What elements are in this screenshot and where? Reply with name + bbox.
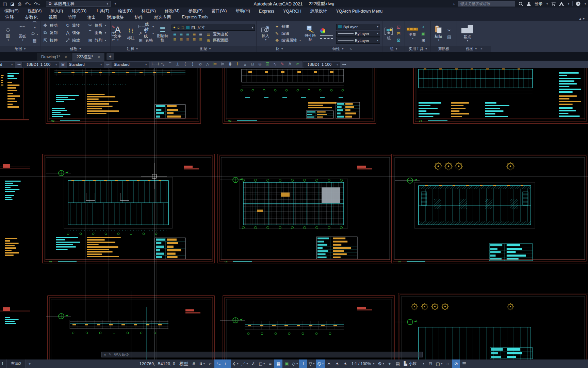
dimension-tool-icon[interactable]: ⊫ (219, 62, 226, 67)
menu-item[interactable]: 窗口(W) (207, 7, 231, 15)
menu-item[interactable]: 帮助(H) (231, 7, 254, 15)
layer-tool-icon[interactable]: ≣ (184, 37, 191, 42)
menu-item[interactable]: 插入(I) (46, 7, 67, 15)
group-tool-icon[interactable]: ⊟ (397, 31, 401, 36)
linetype-dropdown[interactable]: ByLayer ▾ (336, 37, 380, 44)
panel-label-group[interactable]: 组▾ (382, 46, 405, 52)
annotate-tool-button[interactable]: ↗ 引线▾ (138, 31, 154, 36)
new-drawing-tab-button[interactable]: + (107, 53, 114, 60)
dimension-tool-icon[interactable]: ⊢⊣ (151, 62, 159, 67)
modify-tool-button[interactable]: ⌒ 圆角 ▾ (87, 30, 110, 36)
text-style-dropdown[interactable]: d∨ (0, 62, 15, 67)
modify-tool-button[interactable]: ⇱ 拉伸 (43, 37, 65, 43)
status-toggle[interactable]: ⊥ (299, 359, 307, 368)
status-toggle[interactable]: + (386, 359, 394, 368)
chevron-down-icon[interactable]: ▾ (568, 2, 569, 5)
menu-item[interactable]: YQArch Pull-down Menu (331, 7, 387, 15)
chevron-down-icon[interactable]: ▾ (546, 2, 548, 5)
status-toggle[interactable]: ✶ (341, 359, 349, 368)
dim-style-dropdown[interactable]: 【BBD】1-100∨ (22, 62, 59, 67)
status-toggle[interactable]: ◻▾ (258, 359, 266, 368)
layer-tool-icon[interactable]: ≣ (172, 31, 178, 37)
status-toggle[interactable]: ⌐ (206, 359, 214, 368)
command-prompt[interactable]: 键入命令 (114, 352, 129, 357)
dimension-tool-icon[interactable]: ⟩ (189, 62, 196, 67)
ribbon-options-icon[interactable]: ▲ ▾ (575, 16, 588, 21)
close-icon[interactable]: × (65, 55, 67, 59)
status-toggle[interactable]: ∡▾ (231, 359, 240, 368)
layout-tab[interactable]: 布局2 (7, 359, 26, 368)
status-toggle[interactable]: ∠ (249, 359, 258, 368)
status-toggle[interactable]: ☰ (460, 359, 468, 368)
autodesk-logo-icon[interactable] (559, 1, 564, 6)
layer-properties-button[interactable]: ≣ 图层特性 (156, 25, 170, 42)
block-tool-button[interactable]: ❖ 编辑属性▾ (274, 37, 301, 43)
command-line[interactable]: × ✎ 键入命令 (101, 352, 423, 357)
status-toggle[interactable]: # (190, 359, 198, 368)
group-tool-icon[interactable]: ⊡ (397, 25, 401, 30)
status-toggle[interactable]: ⊘ (452, 359, 460, 368)
expand-arrow-icon[interactable]: ▸ (454, 2, 455, 5)
layer-dropdown[interactable]: ●☼⊐ EL-尺寸 ▾ (172, 25, 255, 31)
dimension-tool-icon[interactable]: △ (204, 62, 211, 67)
block-tool-button[interactable]: ✎ 编辑 (274, 31, 301, 36)
sign-in-button[interactable]: 登录 (535, 1, 543, 7)
paste-button[interactable]: 粘贴▾ (432, 26, 445, 42)
dimension-tool-icon[interactable]: ⊥ (174, 62, 181, 67)
ribbon-tab[interactable]: 视图 (43, 14, 63, 21)
layer-tool-icon[interactable]: ≣ (184, 31, 191, 37)
status-toggle[interactable]: ≡ (266, 359, 274, 368)
dim-style-icon[interactable]: ⊶ (340, 62, 348, 67)
chevron-down-icon[interactable]: ▾ (585, 2, 586, 5)
modify-tool-button[interactable]: ⤢ 缩放 (65, 37, 87, 43)
modify-tool-button[interactable]: ⧉ 复制 (43, 30, 65, 36)
table-style-icon[interactable]: ⊞ (59, 62, 67, 67)
dimension-tool-icon[interactable]: ✎ (279, 62, 286, 67)
close-icon[interactable]: × (104, 352, 106, 357)
dimension-tool-icon[interactable]: ⊕ (256, 62, 264, 67)
dimension-tool-icon[interactable]: ⤓ (241, 62, 249, 67)
menu-item[interactable]: 参数(P) (184, 7, 207, 15)
status-toggle[interactable]: ∟ (223, 359, 231, 368)
clipboard-tool-icon[interactable]: ✂ (447, 28, 451, 33)
menu-item[interactable]: 绘图(D) (114, 7, 137, 15)
cart-icon[interactable] (551, 1, 556, 6)
layer-tool-icon[interactable]: ≣ (178, 31, 184, 37)
layer-tool-icon[interactable]: ≣ (191, 31, 197, 37)
close-icon[interactable]: × (98, 55, 100, 59)
status-toggle[interactable]: ⠿▾ (198, 359, 206, 368)
lineweight-dropdown[interactable]: ByLayer ▾ (336, 31, 380, 37)
panel-label-layers[interactable]: 图层▾ (154, 46, 256, 52)
menu-item[interactable]: 视图(V) (23, 7, 46, 15)
panel-label-properties[interactable]: 特性▾⇘ (302, 46, 382, 52)
command-customize-icon[interactable]: ✎ (109, 352, 112, 357)
status-toggle[interactable]: ▽▾ (307, 359, 316, 368)
dimension-tool-icon[interactable]: ☑ (264, 62, 271, 67)
ribbon-tab[interactable]: 附加模块 (101, 14, 129, 21)
menu-item[interactable]: 格式(O) (67, 7, 91, 15)
panel-label-modify[interactable]: 修改▾ (40, 46, 110, 52)
circle-button[interactable]: ◌ 圆▾ (1, 26, 15, 42)
ribbon-tab[interactable]: 管理 (63, 14, 82, 21)
layer-tool-icon[interactable]: ≣ (191, 37, 197, 42)
workspace-dropdown[interactable]: ⚙ 草图与注释 ▾ (46, 1, 111, 7)
menu-item[interactable]: 修改(M) (160, 7, 184, 15)
panel-label-block[interactable]: 块▾ (257, 46, 302, 52)
ribbon-tab[interactable]: 协作 (129, 14, 149, 21)
set-current-layer-button[interactable]: ≣ 置为当前 (206, 31, 229, 37)
dimension-tool-icon[interactable]: ⊡ (249, 62, 256, 67)
status-toggle[interactable]: ✶ (333, 359, 341, 368)
menu-item[interactable]: Express (255, 7, 279, 15)
dimension-tool-icon[interactable]: ⌒ (166, 62, 174, 67)
status-toggle[interactable]: ⁺₋ (214, 359, 223, 368)
utility-tool-icon[interactable]: ⌖ (421, 25, 425, 30)
object-color-dropdown[interactable]: ByLayer ▾ (336, 24, 380, 30)
ribbon-tab[interactable]: 精选应用 (149, 14, 177, 21)
dimension-tool-icon[interactable]: ⋕ (226, 62, 234, 67)
dimension-tool-icon[interactable]: ⊘ (196, 62, 204, 67)
ellipse-icon[interactable]: ⬭ ▾ (31, 31, 38, 36)
plot-icon[interactable]: ⎙ (18, 2, 21, 6)
ribbon-tab[interactable]: 注释 (0, 14, 19, 21)
rectangle-icon[interactable]: ▭ ▾ (31, 19, 38, 30)
layout-tab-partial[interactable]: 1 (0, 359, 7, 368)
